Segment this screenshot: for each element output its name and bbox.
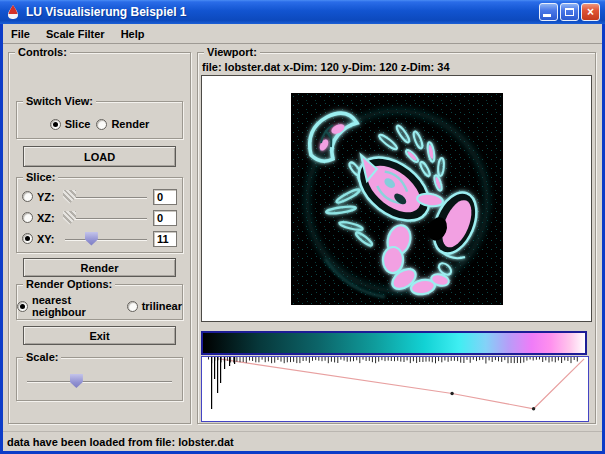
switch-view-group: Switch View: Slice Render <box>16 101 183 139</box>
yz-label: YZ: <box>37 191 59 203</box>
xy-slider-thumb[interactable] <box>85 232 98 246</box>
xz-radio[interactable] <box>22 212 33 223</box>
app-window: LU Visualisierung Beispiel 1 × File Scal… <box>0 0 605 454</box>
radio-option-trilinear[interactable]: trilinear <box>127 300 182 312</box>
maximize-icon[interactable] <box>560 3 579 21</box>
minimize-icon[interactable] <box>539 3 558 21</box>
scale-group: Scale: <box>16 357 183 401</box>
load-button[interactable]: LOAD <box>23 146 176 167</box>
slice-row-yz: YZ: 0 <box>22 187 177 206</box>
render-radio[interactable] <box>96 119 107 130</box>
radio-option-render[interactable]: Render <box>96 118 149 130</box>
colormap-gradient-bar[interactable] <box>201 331 587 355</box>
close-icon[interactable]: × <box>581 3 600 21</box>
viewport-legend: Viewport: <box>204 46 260 58</box>
scale-slider-thumb[interactable] <box>70 374 83 388</box>
slice-row-xz: XZ: 0 <box>22 208 177 227</box>
histogram-canvas[interactable] <box>201 356 589 422</box>
controls-panel: Controls: Switch View: Slice Render LOAD… <box>8 52 191 424</box>
slice-radio[interactable] <box>50 119 61 130</box>
xz-label: XZ: <box>37 212 59 224</box>
controls-legend: Controls: <box>15 46 70 58</box>
slice-radio-label: Slice <box>65 118 91 130</box>
xy-label: XY: <box>37 233 59 245</box>
xz-value-field[interactable]: 0 <box>153 210 177 226</box>
file-dimensions-label: file: lobster.dat x-Dim: 120 y-Dim: 120 … <box>202 61 450 73</box>
radio-option-slice[interactable]: Slice <box>50 118 91 130</box>
yz-slider[interactable] <box>63 188 149 206</box>
viewport-panel: Viewport: file: lobster.dat x-Dim: 120 y… <box>197 52 596 424</box>
scale-slider[interactable] <box>25 372 174 390</box>
xy-slider[interactable] <box>63 230 149 248</box>
trilinear-label: trilinear <box>142 300 182 312</box>
radio-option-nearest-neighbour[interactable]: nearest neighbour <box>17 294 121 318</box>
duke-app-icon <box>5 4 21 20</box>
render-options-legend: Render Options: <box>23 278 115 290</box>
statusbar: data have been loaded from file: lobster… <box>3 431 602 451</box>
window-title: LU Visualisierung Beispiel 1 <box>26 5 537 19</box>
switch-view-legend: Switch View: <box>23 95 96 107</box>
titlebar[interactable]: LU Visualisierung Beispiel 1 × <box>0 0 605 24</box>
menu-scale-filter[interactable]: Scale Filter <box>38 26 113 42</box>
yz-radio[interactable] <box>22 191 33 202</box>
xy-value-field[interactable]: 11 <box>153 231 177 247</box>
image-panel <box>201 75 592 322</box>
xy-radio[interactable] <box>22 233 33 244</box>
window-border-left <box>0 24 3 454</box>
yz-value-field[interactable]: 0 <box>153 189 177 205</box>
slice-legend: Slice: <box>23 171 58 183</box>
trilinear-radio[interactable] <box>127 301 138 312</box>
nearest-neighbour-label: nearest neighbour <box>32 294 121 318</box>
status-message: data have been loaded from file: lobster… <box>7 436 234 448</box>
nearest-neighbour-radio[interactable] <box>17 301 28 312</box>
menu-help[interactable]: Help <box>113 26 153 42</box>
slice-row-xy: XY: 11 <box>22 229 177 248</box>
xz-slider-thumb[interactable] <box>63 211 76 225</box>
scale-legend: Scale: <box>23 351 61 363</box>
lobster-slice-image[interactable] <box>291 93 503 305</box>
yz-slider-thumb[interactable] <box>63 190 76 204</box>
slice-group: Slice: YZ: 0 XZ: 0 XY: <box>16 177 183 253</box>
menu-file[interactable]: File <box>3 26 38 42</box>
render-radio-label: Render <box>111 118 149 130</box>
render-button[interactable]: Render <box>23 258 176 277</box>
exit-button[interactable]: Exit <box>23 326 176 345</box>
render-options-group: Render Options: nearest neighbour trilin… <box>16 284 183 320</box>
menubar: File Scale Filter Help <box>3 24 602 44</box>
xz-slider[interactable] <box>63 209 149 227</box>
